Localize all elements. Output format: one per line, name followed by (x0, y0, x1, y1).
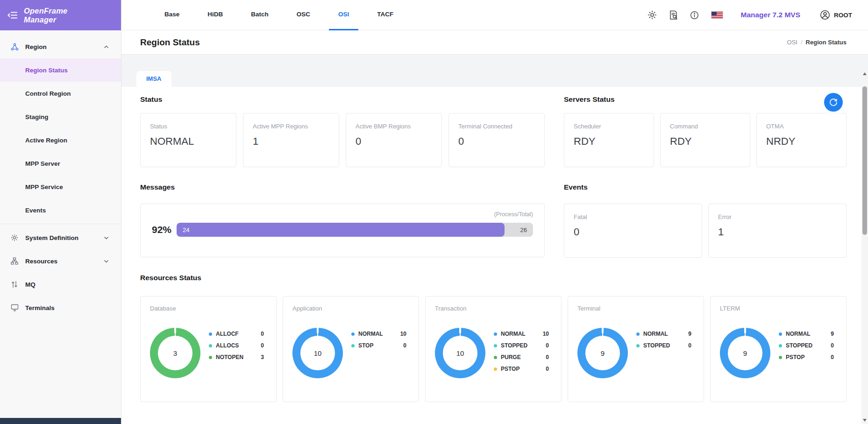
chevron-down-icon (104, 236, 109, 240)
donut-chart-terminal: 9 (577, 328, 628, 378)
sidebar-item-label: Terminals (25, 304, 55, 311)
sidebar-item-resources[interactable]: Resources (0, 249, 121, 273)
sidebar-collapse-button[interactable] (7, 11, 18, 19)
scroll-down-arrow[interactable] (863, 419, 867, 422)
row-messages-events: Messages (Process/Total) 92% 24 26 (140, 167, 847, 258)
events-section: Events Fatal0Error1 (564, 167, 847, 258)
legend-label: STOP (358, 342, 373, 349)
donut-chart-transaction: 10 (435, 328, 485, 378)
sidebar: OpenFrame Manager RegionRegion StatusCon… (0, 0, 121, 424)
sidebar-header: OpenFrame Manager (0, 0, 121, 30)
info-icon[interactable] (690, 11, 699, 20)
progress-total-value: 26 (520, 223, 527, 237)
donut-legend: ALLOCF0ALLOCS0NOTOPEN3 (209, 328, 267, 378)
events-heading: Events (564, 183, 847, 191)
sidebar-item-region-status[interactable]: Region Status (0, 58, 121, 82)
legend-row-normal: NORMAL9 (636, 331, 691, 337)
vertical-scrollbar (861, 70, 868, 424)
card-label: Terminal Connected (458, 123, 535, 130)
legend-value: 9 (688, 331, 691, 337)
main-area: BaseHiDBBatchOSCOSITACF (121, 0, 868, 424)
chevron-down-icon (104, 260, 109, 263)
breadcrumb-separator: / (801, 39, 803, 46)
tab-osc[interactable]: OSC (283, 0, 324, 30)
card-value: 0 (458, 135, 535, 148)
tab-base[interactable]: Base (150, 0, 193, 30)
breadcrumb-parent[interactable]: OSI (787, 39, 797, 46)
legend-value: 0 (261, 331, 264, 337)
settings-icon[interactable] (647, 10, 657, 20)
tab-tacf[interactable]: TACF (363, 0, 407, 30)
card-value: NORMAL (150, 135, 227, 148)
progress-bar-track: 24 26 (177, 223, 533, 237)
tab-hidb[interactable]: HiDB (193, 0, 237, 30)
server-card-scheduler: SchedulerRDY (564, 113, 654, 167)
status-cards: StatusNORMALActive MPP Regions1Active BM… (140, 113, 545, 167)
scroll-up-arrow[interactable] (863, 72, 867, 75)
resource-card-body: 9NORMAL9STOPPED0PSTOP0 (720, 328, 837, 378)
resources-status-section: Resources Status Database3ALLOCF0ALLOCS0… (140, 274, 847, 402)
resources-status-heading: Resources Status (140, 274, 847, 282)
servers-status-cards: SchedulerRDYCommandRDYOTMANRDY (564, 113, 847, 167)
legend-row-stop: STOP0 (351, 342, 406, 349)
card-value: 1 (718, 226, 837, 238)
card-value: RDY (670, 135, 740, 148)
sidebar-item-system-definition[interactable]: System Definition (0, 226, 121, 249)
sidebar-item-terminals[interactable]: Terminals (0, 296, 121, 319)
donut-center-value: 10 (443, 336, 477, 370)
legend-label: NORMAL (358, 331, 383, 337)
legend-row-notopen: NOTOPEN3 (209, 354, 264, 360)
sidebar-item-events[interactable]: Events (0, 198, 121, 222)
card-label: Active MPP Regions (253, 123, 329, 130)
resource-card-title: Transaction (435, 305, 552, 312)
tab-osi[interactable]: OSI (324, 0, 363, 30)
refresh-button[interactable] (824, 93, 843, 112)
user-menu[interactable]: ROOT (820, 10, 852, 20)
legend-dot-icon (494, 344, 497, 347)
card-value: 0 (574, 226, 692, 238)
resource-card-body: 10NORMAL10STOPPED0PURGE0PSTOP0 (435, 328, 552, 378)
tab-batch[interactable]: Batch (237, 0, 283, 30)
legend-label: NORMAL (786, 331, 811, 337)
sidebar-item-control-region[interactable]: Control Region (0, 82, 121, 105)
sidebar-item-mq[interactable]: MQ (0, 273, 121, 296)
us-flag-icon[interactable] (711, 11, 723, 19)
legend-dot-icon (494, 367, 497, 371)
status-card-active-mpp-regions: Active MPP Regions1 (243, 113, 339, 167)
legend-value: 0 (403, 342, 406, 349)
legend-label: STOPPED (501, 342, 527, 349)
legend-label: PSTOP (501, 366, 519, 372)
progress-process-value: 24 (183, 226, 189, 233)
sidebar-item-staging[interactable]: Staging (0, 105, 121, 128)
refresh-icon (829, 98, 838, 107)
legend-label: NORMAL (501, 331, 526, 337)
card-label: Status (150, 123, 227, 130)
legend-row-stopped: STOPPED0 (636, 342, 691, 349)
legend-dot-icon (209, 332, 212, 336)
legend-label: NOTOPEN (216, 354, 243, 360)
scrollbar-thumb[interactable] (862, 86, 867, 235)
card-label: Active BMP Regions (356, 123, 432, 130)
sidebar-item-region[interactable]: Region (0, 35, 121, 58)
legend-row-allocf: ALLOCF0 (209, 331, 264, 337)
document-search-icon[interactable] (669, 10, 678, 20)
resource-card-body: 9NORMAL9STOPPED0 (577, 328, 694, 378)
messages-progress: 92% 24 26 (152, 223, 533, 237)
server-card-otma: OTMANRDY (756, 113, 847, 167)
sidebar-item-label: System Definition (25, 234, 78, 241)
card-value: 1 (253, 135, 329, 148)
content-area: IMSA Status StatusNORMALActive MPP Regio… (121, 55, 868, 424)
legend-row-purge: PURGE0 (494, 354, 549, 360)
sidebar-item-active-region[interactable]: Active Region (0, 128, 121, 152)
donut-center-value: 9 (728, 336, 762, 370)
sidebar-item-mpp-server[interactable]: MPP Server (0, 152, 121, 175)
legend-label: STOPPED (786, 342, 812, 349)
servers-status-section: Servers Status SchedulerRDYCommandRDYOTM… (564, 87, 847, 167)
events-cards: Fatal0Error1 (564, 204, 847, 258)
tab-imsa[interactable]: IMSA (136, 71, 171, 87)
legend-dot-icon (209, 356, 212, 359)
sidebar-item-label: Region (25, 43, 47, 50)
donut-legend: NORMAL9STOPPED0PSTOP0 (779, 328, 837, 378)
legend-value: 0 (546, 342, 549, 349)
sidebar-item-mpp-service[interactable]: MPP Service (0, 175, 121, 198)
